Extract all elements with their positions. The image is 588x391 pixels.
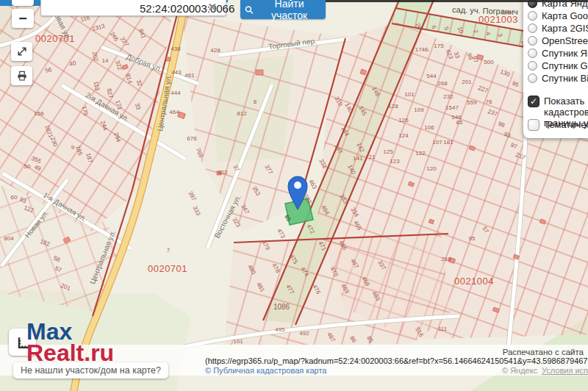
base-layer-option[interactable]: Спутник Bing — [528, 72, 588, 85]
fullscreen-button[interactable] — [11, 42, 32, 61]
search-input[interactable]: 52:24:020003:0066 ✕ — [40, 0, 226, 16]
zoom-in-button[interactable]: + — [12, 0, 34, 6]
overlay-option[interactable]: Тематическая карта — [528, 119, 588, 131]
map-canvas[interactable] — [0, 0, 588, 391]
help-button[interactable]: Не нашли участок/дом на карте? — [13, 362, 168, 379]
top-edge-strip — [326, 0, 588, 2]
find-parcel-button[interactable]: Найти участок — [240, 0, 326, 19]
base-layer-option[interactable]: Спутник Google — [528, 60, 588, 72]
terms-link[interactable]: Условия использования — [542, 366, 588, 375]
checkbox-checked-icon[interactable]: ✓ — [528, 96, 539, 107]
printer-icon — [16, 70, 28, 82]
base-layer-option[interactable]: Карта 2GIS — [528, 22, 588, 35]
pkk-link[interactable]: © Публичная кадастровая карта — [205, 366, 326, 375]
print-button[interactable] — [11, 66, 32, 85]
find-parcel-label: Найти участок — [257, 0, 321, 21]
layer-label: Спутник Google — [542, 60, 588, 71]
base-layer-option[interactable]: Спутник Яндекс — [528, 47, 588, 60]
clear-search-icon[interactable]: ✕ — [207, 1, 217, 14]
zoom-out-button[interactable]: − — [12, 9, 34, 28]
base-layer-option[interactable]: OpenStreetMap — [528, 35, 588, 47]
layers-panel: Карта Яндекс Карта Google Карта 2GIS Ope… — [523, 0, 588, 138]
printed-from-text: Распечатано с сайта — [503, 348, 584, 356]
layer-label: OpenStreetMap — [542, 35, 588, 46]
minus-icon: − — [18, 10, 27, 27]
radio-icon[interactable] — [528, 61, 537, 71]
radio-icon[interactable] — [528, 49, 537, 58]
search-value: 52:24:020003:0066 — [140, 2, 234, 15]
plus-icon: + — [18, 0, 27, 5]
search-icon — [245, 5, 254, 15]
radio-icon[interactable] — [528, 73, 537, 83]
yandex-copyright: © Яндекс — [502, 366, 537, 375]
checkbox-icon[interactable] — [528, 119, 539, 131]
radio-icon[interactable] — [528, 36, 537, 46]
layer-label: Карта Google — [542, 10, 588, 21]
radio-icon[interactable] — [528, 24, 537, 33]
overlay-label: Тематическая карта — [544, 119, 588, 130]
ruler-icon — [15, 335, 30, 350]
layer-label: Спутник Яндекс — [542, 48, 588, 59]
layer-label: Карта 2GIS — [542, 23, 588, 34]
radio-icon[interactable] — [528, 11, 537, 21]
layer-label: Спутник Bing — [542, 73, 588, 84]
measure-button[interactable] — [9, 329, 36, 356]
fullscreen-icon — [16, 46, 28, 57]
source-url: (https://egrp365.ru/p_map/?kadnum=52:24:… — [205, 356, 588, 365]
cadastral-map-app: 0020701002070100210040021003сад. уч. Пог… — [0, 0, 588, 391]
base-layer-option[interactable]: Карта Google — [528, 10, 588, 22]
